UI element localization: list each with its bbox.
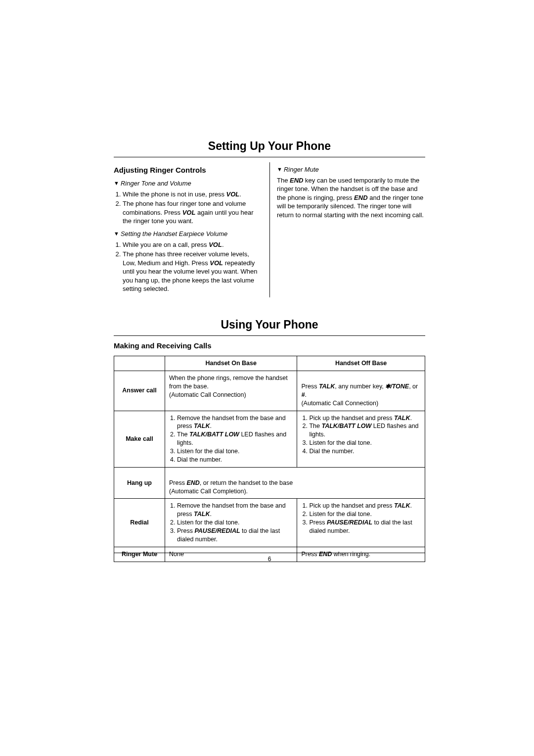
steps-earpiece-volume: While you are on a call, press VOL. The …: [114, 240, 263, 293]
list-item: Dial the number.: [309, 447, 421, 456]
key-ref: END: [354, 194, 367, 201]
text: The: [177, 431, 189, 438]
section-title-setup: Setting Up Your Phone: [114, 139, 425, 156]
list-item: Pick up the handset and press TALK.: [309, 414, 421, 423]
text: The: [309, 423, 321, 429]
text: .: [410, 415, 411, 422]
key-ref: TALK: [194, 511, 210, 518]
two-column-layout: Adjusting Ringer Controls Ringer Tone an…: [114, 162, 425, 297]
list-item: While you are on a call, press VOL.: [123, 240, 263, 249]
cell: When the phone rings, remove the handset…: [165, 371, 297, 411]
row-label-answer: Answer call: [114, 371, 165, 411]
manual-page: Setting Up Your Phone Adjusting Ringer C…: [0, 0, 534, 756]
text: , any number key,: [335, 383, 385, 390]
text: Pick up the handset and press: [309, 415, 394, 422]
list-item: Listen for the dial tone.: [309, 510, 421, 519]
key-ref: PAUSE/REDIAL: [194, 527, 240, 534]
text: .: [410, 502, 411, 509]
cell: Press TALK, any number key, ✱/TONE, or #…: [297, 371, 425, 411]
list-item: Listen for the dial tone.: [177, 519, 293, 527]
row-label-make: Make call: [114, 411, 165, 467]
text: The: [277, 177, 290, 184]
text: Press: [301, 383, 318, 390]
key-ref: VOL: [210, 259, 223, 267]
list-item: The phone has four ringer tone and volum…: [123, 199, 263, 226]
subheading-ringer-mute: Ringer Mute: [277, 165, 425, 174]
table-header-on-base: Handset On Base: [165, 356, 297, 371]
subheading-ringer-tone: Ringer Tone and Volume: [114, 179, 263, 188]
text: Remove the handset from the base and pre…: [177, 502, 286, 518]
list-item: The phone has three receiver volume leve…: [123, 250, 263, 293]
cell: Pick up the handset and press TALK. List…: [297, 499, 425, 547]
paragraph-ringer-mute: The END key can be used temporarily to m…: [277, 176, 425, 220]
list-item: The TALK/BATT LOW LED flashes and lights…: [177, 430, 293, 447]
key-ref: VOL: [182, 209, 196, 216]
steps-ringer-tone: While the phone is not in use, press VOL…: [114, 190, 263, 226]
table-header-off-base: Handset Off Base: [297, 356, 425, 371]
list-item: While the phone is not in use, press VOL…: [123, 190, 263, 199]
table-header-empty: [114, 356, 165, 371]
text: .: [239, 190, 241, 198]
cell: Pick up the handset and press TALK. The …: [297, 411, 425, 467]
list-item: Press PAUSE/REDIAL to dial the last dial…: [309, 519, 421, 535]
text: Press: [177, 527, 194, 534]
text: .: [222, 241, 224, 248]
page-number: 6: [114, 553, 425, 563]
list-item: Remove the handset from the base and pre…: [177, 502, 293, 519]
cell: Remove the handset from the base and pre…: [165, 499, 297, 547]
text: .: [210, 511, 211, 518]
key-ref: PAUSE/REDIAL: [327, 519, 372, 526]
subheading-earpiece-volume: Setting the Handset Earpiece Volume: [114, 230, 263, 238]
column-left: Adjusting Ringer Controls Ringer Tone an…: [114, 162, 269, 297]
key-ref: ✱/TONE: [385, 383, 409, 390]
text: While you are on a call, press: [123, 241, 209, 248]
text: Press: [169, 479, 186, 486]
table-row: Answer call When the phone rings, remove…: [114, 371, 425, 411]
list-item: Remove the handset from the base and pre…: [177, 414, 293, 431]
divider: [114, 335, 425, 336]
table-row: Redial Remove the handset from the base …: [114, 499, 425, 547]
key-ref: TALK: [394, 415, 410, 422]
section-title-using: Using Your Phone: [114, 317, 425, 334]
key-ref: TALK: [394, 502, 410, 509]
column-right: Ringer Mute The END key can be used temp…: [269, 162, 425, 297]
list-item: Pick up the handset and press TALK.: [309, 502, 421, 510]
key-ref: TALK/BATT LOW: [321, 423, 371, 429]
key-ref: VOL: [209, 241, 222, 248]
divider: [114, 157, 425, 157]
text: Remove the handset from the base and pre…: [177, 415, 286, 430]
key-ref: END: [186, 479, 199, 486]
text: Pick up the handset and press: [309, 502, 394, 509]
text: , or: [409, 383, 418, 390]
text: While the phone is not in use, press: [123, 190, 226, 198]
key-ref: END: [290, 177, 303, 184]
heading-making-receiving: Making and Receiving Calls: [114, 341, 425, 351]
table-row: Make call Remove the handset from the ba…: [114, 411, 425, 467]
row-label-redial: Redial: [114, 499, 165, 547]
heading-adjusting-ringer: Adjusting Ringer Controls: [114, 165, 263, 175]
list-item: The TALK/BATT LOW LED flashes and lights…: [309, 422, 421, 439]
text: .: [210, 423, 211, 429]
key-ref: TALK: [319, 383, 335, 390]
text: . (Automatic Call Connection): [301, 391, 378, 407]
table-row: Hang up Press END, or return the handset…: [114, 467, 425, 499]
calls-table: Handset On Base Handset Off Base Answer …: [114, 356, 425, 562]
list-item: Listen for the dial tone.: [177, 447, 293, 456]
list-item: Listen for the dial tone.: [309, 439, 421, 447]
text: Press: [309, 519, 326, 526]
list-item: Press PAUSE/REDIAL to dial the last dial…: [177, 527, 293, 544]
row-label-hangup: Hang up: [114, 467, 165, 499]
key-ref: VOL: [226, 190, 240, 198]
cell: Remove the handset from the base and pre…: [165, 411, 297, 467]
list-item: Dial the number.: [177, 456, 293, 464]
cell: Press END, or return the handset to the …: [165, 467, 425, 499]
key-ref: TALK/BATT LOW: [189, 431, 239, 438]
table-row: Handset On Base Handset Off Base: [114, 356, 425, 371]
key-ref: TALK: [194, 423, 210, 429]
